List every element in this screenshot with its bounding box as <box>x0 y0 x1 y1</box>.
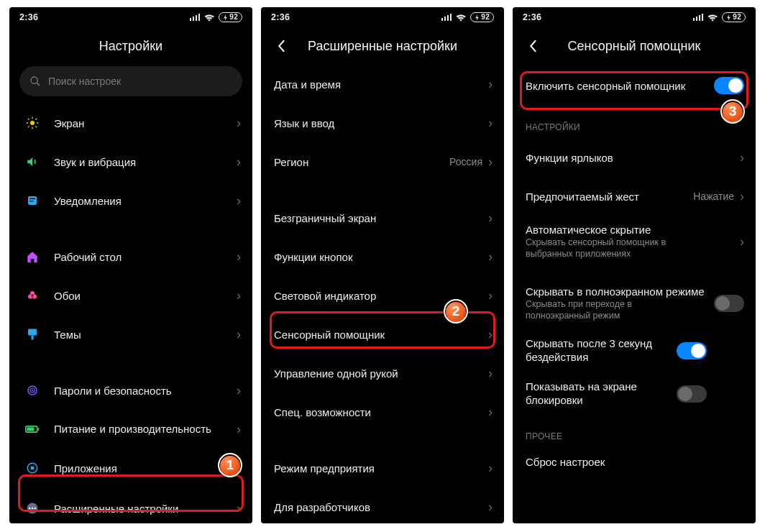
item-battery[interactable]: Питание и производительность › <box>9 410 252 449</box>
signal-icon <box>693 14 704 21</box>
svg-rect-24 <box>38 428 40 430</box>
idle-toggle[interactable] <box>677 342 707 359</box>
fullscreen-toggle[interactable] <box>714 295 744 312</box>
item-apps[interactable]: Приложения › <box>9 449 252 487</box>
svg-line-10 <box>36 119 37 120</box>
step-badge-1: 1 <box>218 453 242 477</box>
item-sound[interactable]: Звук и вибрация › <box>9 142 252 181</box>
chevron-right-icon: › <box>237 155 241 170</box>
svg-line-9 <box>28 127 29 128</box>
step-badge-2: 2 <box>444 299 468 324</box>
chevron-right-icon: › <box>740 234 744 249</box>
chevron-right-icon: › <box>488 249 493 265</box>
svg-rect-12 <box>29 198 35 199</box>
chevron-right-icon: › <box>237 249 241 265</box>
apps-icon <box>22 462 42 474</box>
item-home[interactable]: Рабочий стол › <box>9 237 252 276</box>
search-input[interactable]: Поиск настроек <box>19 66 242 96</box>
statusbar: 2:36 92 <box>261 7 504 27</box>
chevron-right-icon: › <box>237 501 241 516</box>
item-developer[interactable]: Для разработчиков› <box>261 487 504 523</box>
header: Настройки <box>9 27 252 65</box>
chevron-right-icon: › <box>237 383 241 398</box>
signal-icon <box>190 14 201 21</box>
wifi-icon <box>707 14 718 22</box>
item-security[interactable]: Пароли и безопасность › <box>9 371 252 410</box>
item-shortcut-functions[interactable]: Функции ярлыков› <box>513 138 756 177</box>
svg-point-30 <box>32 508 33 509</box>
item-fullscreen-display[interactable]: Безграничный экран› <box>261 198 504 237</box>
item-wallpaper[interactable]: Обои › <box>9 276 252 315</box>
svg-rect-13 <box>29 201 33 201</box>
chevron-right-icon: › <box>488 500 493 515</box>
chevron-right-icon: › <box>488 461 493 476</box>
shield-icon <box>22 384 42 397</box>
item-accessibility[interactable]: Спец. возможности› <box>261 393 504 431</box>
item-reset[interactable]: Сброс настроек <box>513 447 756 476</box>
clock: 2:36 <box>271 12 290 22</box>
signal-icon <box>441 14 452 21</box>
battery-indicator: 92 <box>722 12 746 22</box>
svg-rect-27 <box>31 467 35 470</box>
section-other: ПРОЧЕЕ <box>513 416 756 447</box>
svg-point-2 <box>30 121 35 125</box>
svg-point-0 <box>31 77 37 83</box>
brush-icon <box>22 328 42 341</box>
item-enterprise[interactable]: Режим предприятия› <box>261 449 504 487</box>
svg-rect-18 <box>28 329 37 336</box>
svg-rect-25 <box>27 428 35 431</box>
battery-indicator: 92 <box>219 12 242 22</box>
chevron-right-icon: › <box>740 150 744 165</box>
svg-point-22 <box>32 390 33 391</box>
search-icon <box>29 75 41 87</box>
chevron-right-icon: › <box>237 327 241 342</box>
battery-indicator: 92 <box>470 12 494 22</box>
chevron-right-icon: › <box>237 193 241 208</box>
item-language[interactable]: Язык и ввод› <box>261 104 504 142</box>
item-datetime[interactable]: Дата и время› <box>261 65 504 104</box>
phone-settings-root: 2:36 92 Настройки Поиск настроек Экран ›… <box>9 7 252 523</box>
item-hide-after-idle[interactable]: Скрывать после 3 секунд бездействия <box>513 329 756 372</box>
item-show-lockscreen[interactable]: Показывать на экране блокировки <box>513 372 756 416</box>
home-icon <box>22 250 42 263</box>
statusbar: 2:36 92 <box>513 7 756 27</box>
item-auto-hide[interactable]: Автоматическое скрытие Скрывать сенсорны… <box>513 216 756 267</box>
enable-toggle[interactable] <box>714 77 744 94</box>
step-badge-3: 3 <box>720 99 745 124</box>
chevron-right-icon: › <box>740 189 744 204</box>
item-themes[interactable]: Темы › <box>9 315 252 354</box>
wifi-icon <box>456 14 466 22</box>
item-advanced-settings[interactable]: Расширенные настройки › <box>9 489 252 523</box>
item-region[interactable]: Регион Россия › <box>261 142 504 181</box>
item-display[interactable]: Экран › <box>9 104 252 142</box>
item-notifications[interactable]: Уведомления › <box>9 181 252 220</box>
wifi-icon <box>204 14 214 22</box>
chevron-right-icon: › <box>237 422 241 437</box>
svg-line-8 <box>36 127 37 128</box>
chevron-right-icon: › <box>237 116 241 131</box>
clock: 2:36 <box>19 12 38 22</box>
svg-rect-19 <box>32 336 34 340</box>
header: Сенсорный помощник <box>513 27 756 65</box>
chevron-right-icon: › <box>488 77 493 92</box>
notifications-icon <box>22 195 42 206</box>
flower-icon <box>22 289 42 302</box>
item-button-shortcuts[interactable]: Функции кнопок› <box>261 237 504 276</box>
item-preferred-gesture[interactable]: Предпочитаемый жест Нажатие › <box>513 177 756 216</box>
back-button[interactable] <box>524 37 541 55</box>
chevron-right-icon: › <box>488 288 493 303</box>
item-quick-ball[interactable]: Сенсорный помощник› <box>261 315 504 354</box>
svg-point-29 <box>29 508 30 509</box>
search-placeholder: Поиск настроек <box>48 75 121 87</box>
back-button[interactable] <box>272 37 290 55</box>
lockscreen-toggle[interactable] <box>677 385 707 403</box>
item-hide-fullscreen[interactable]: Скрывать в полноэкранном режиме Скрывать… <box>513 278 756 329</box>
more-icon <box>22 502 42 515</box>
enable-quick-ball-row[interactable]: Включить сенсорный помощник <box>513 65 756 106</box>
page-title: Расширенные настройки <box>308 39 457 54</box>
chevron-right-icon: › <box>488 327 493 342</box>
chevron-right-icon: › <box>237 288 241 303</box>
item-one-handed[interactable]: Управление одной рукой› <box>261 354 504 393</box>
chevron-right-icon: › <box>488 155 493 170</box>
statusbar: 2:36 92 <box>9 7 252 27</box>
